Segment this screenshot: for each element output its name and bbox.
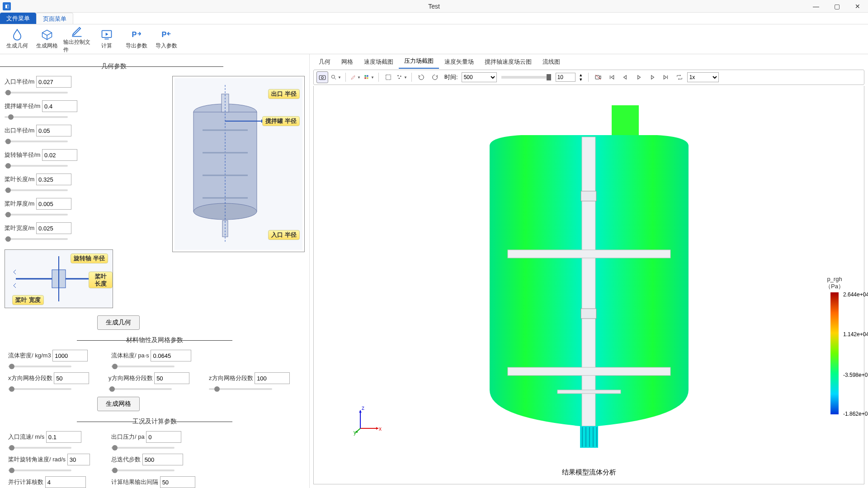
svg-rect-37 — [557, 390, 621, 394]
shaft-radius-label: 旋转轴半径/m — [5, 151, 40, 159]
svg-point-26 — [397, 75, 398, 76]
svg-point-19 — [331, 75, 335, 78]
step-input[interactable] — [556, 73, 576, 82]
nx-input[interactable] — [54, 372, 89, 384]
import-params-button[interactable]: P 导入参数 — [153, 26, 180, 52]
parallel-cores-input[interactable] — [45, 476, 86, 488]
viz-canvas[interactable]: x y z 结果模型流体分析 p_rgh （Pa） 2.644e+04 1.14… — [313, 86, 864, 484]
blade-width-input[interactable] — [36, 222, 71, 234]
time-slider[interactable] — [501, 76, 551, 79]
maximize-button[interactable]: ▢ — [826, 0, 847, 13]
nx-label: x方向网格分段数 — [8, 374, 52, 382]
point-select-icon[interactable]: ▼ — [396, 71, 408, 83]
inlet-radius-input[interactable] — [36, 76, 71, 88]
compute-button[interactable]: 计算 — [93, 26, 120, 52]
blade-length-slider[interactable] — [5, 187, 68, 193]
inlet-radius-slider[interactable] — [5, 89, 68, 96]
ny-slider[interactable] — [108, 386, 172, 392]
outlet-pressure-label: 出口压力/ pa — [111, 433, 145, 441]
nx-slider[interactable] — [8, 386, 71, 392]
first-frame-icon[interactable] — [606, 71, 618, 83]
viscosity-input[interactable] — [151, 350, 191, 361]
box-select-icon[interactable] — [382, 71, 394, 83]
blade-width-slider[interactable] — [5, 236, 68, 242]
rotate-right-icon[interactable] — [429, 71, 441, 83]
ny-label: y方向网格分段数 — [108, 374, 153, 382]
play-icon[interactable] — [633, 71, 645, 83]
inlet-radius-label: 入口半径/m — [5, 78, 34, 86]
callout-blade-length: 桨叶 长度 — [89, 272, 113, 288]
svg-point-27 — [400, 75, 401, 76]
pressure-contour — [462, 101, 716, 453]
minimize-button[interactable]: — — [806, 0, 826, 13]
inlet-velocity-slider[interactable] — [8, 445, 71, 451]
rotate-left-icon[interactable] — [415, 71, 427, 83]
outlet-pressure-input[interactable] — [146, 431, 181, 443]
last-frame-icon[interactable] — [660, 71, 672, 83]
generate-mesh-button[interactable]: 生成网格 — [97, 397, 140, 411]
blade-thickness-input[interactable] — [36, 198, 71, 210]
parallel-cores-label: 并行计算核数 — [8, 478, 43, 486]
outlet-radius-input[interactable] — [36, 125, 71, 136]
import-icon: P — [160, 28, 173, 41]
nz-slider[interactable] — [209, 386, 272, 392]
gen-geometry-button[interactable]: 生成几何 — [4, 26, 31, 52]
total-iterations-input[interactable] — [142, 454, 183, 465]
angular-velocity-slider[interactable] — [8, 467, 71, 474]
tab-mesh[interactable]: 网格 — [336, 55, 359, 69]
shaft-radius-slider[interactable] — [5, 163, 68, 169]
tab-velocity-slice[interactable]: 速度场截图 — [359, 55, 399, 69]
density-slider[interactable] — [8, 363, 71, 370]
total-iterations-label: 总迭代步数 — [111, 455, 141, 464]
svg-rect-25 — [386, 75, 391, 80]
output-control-file-button[interactable]: 输出控制文件 — [63, 26, 90, 52]
loop-icon[interactable] — [674, 71, 685, 83]
tank-radius-input[interactable] — [42, 100, 77, 112]
tab-page-menu[interactable]: 页面菜单 — [36, 13, 73, 24]
outlet-pressure-slider[interactable] — [111, 445, 175, 451]
svg-line-20 — [335, 78, 336, 80]
inlet-velocity-label: 入口流速/ m/s — [8, 433, 44, 441]
camera-icon[interactable] — [316, 71, 328, 83]
svg-rect-32 — [582, 137, 595, 426]
zoom-icon[interactable]: ▼ — [330, 71, 342, 83]
ny-input[interactable] — [154, 372, 189, 384]
tab-shaft-velocity[interactable]: 搅拌轴速度场云图 — [479, 55, 537, 69]
tab-velocity-vector[interactable]: 速度矢量场 — [439, 55, 479, 69]
angular-velocity-label: 桨叶旋转角速度/ rad/s — [8, 455, 66, 464]
palette-icon[interactable]: ▼ — [363, 71, 375, 83]
cube-mesh-icon — [41, 28, 53, 41]
next-frame-icon[interactable] — [646, 71, 658, 83]
time-select[interactable]: 500 — [462, 72, 497, 82]
blade-thickness-slider[interactable] — [5, 211, 68, 218]
generate-geometry-button[interactable]: 生成几何 — [97, 315, 140, 330]
tab-streamlines[interactable]: 流线图 — [537, 55, 566, 69]
close-button[interactable]: ✕ — [847, 0, 868, 13]
speed-select[interactable]: 1x — [687, 72, 719, 82]
step-up-down-icon[interactable]: ▲▼ — [577, 71, 585, 83]
tab-pressure-slice[interactable]: 压力场截图 — [399, 54, 439, 69]
tank-radius-slider[interactable] — [5, 114, 68, 120]
nz-input[interactable] — [255, 372, 290, 384]
brush-icon[interactable]: ▼ — [349, 71, 361, 83]
blade-length-input[interactable] — [36, 174, 71, 185]
callout-tank-radius: 搅拌罐 半径 — [262, 116, 300, 126]
toolbar-label: 生成网格 — [36, 42, 58, 50]
total-iterations-slider[interactable] — [111, 467, 175, 474]
inlet-velocity-input[interactable] — [46, 431, 81, 443]
gen-mesh-button[interactable]: 生成网格 — [33, 26, 61, 52]
pen-icon — [71, 25, 83, 38]
prev-frame-icon[interactable] — [619, 71, 631, 83]
outlet-radius-slider[interactable] — [5, 138, 68, 145]
viscosity-slider[interactable] — [111, 363, 175, 370]
density-input[interactable] — [52, 350, 88, 361]
output-interval-label: 计算结果输出间隔 — [111, 478, 158, 486]
record-icon[interactable] — [592, 71, 604, 83]
output-interval-input[interactable] — [160, 476, 195, 488]
export-params-button[interactable]: P 导出参数 — [123, 26, 150, 52]
shaft-radius-input[interactable] — [42, 149, 77, 161]
tab-file-menu[interactable]: 文件菜单 — [0, 13, 36, 24]
angular-velocity-input[interactable] — [67, 454, 90, 465]
tab-geometry[interactable]: 几何 — [313, 55, 336, 69]
density-label: 流体密度/ kg/m3 — [8, 352, 51, 360]
